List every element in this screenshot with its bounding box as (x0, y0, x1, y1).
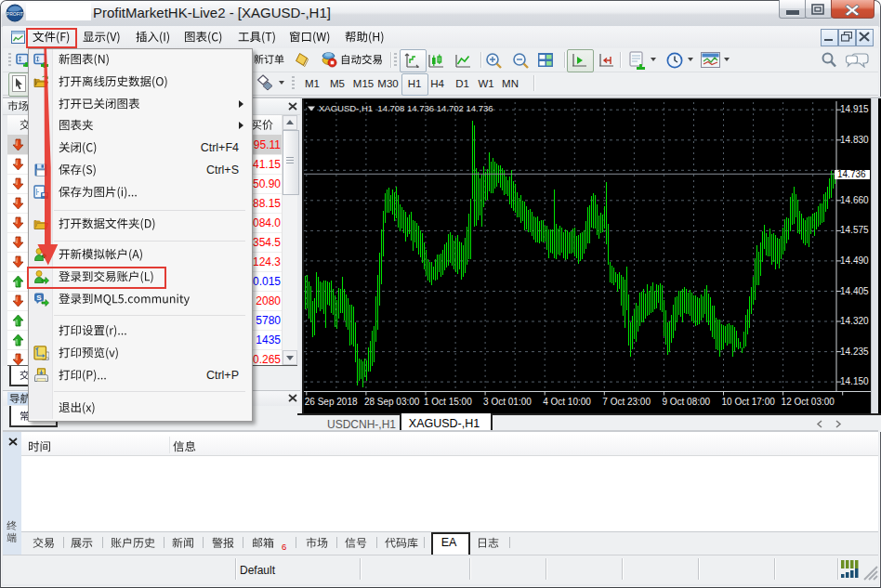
svg-text:S: S (36, 294, 42, 302)
svg-text:PROFIT: PROFIT (7, 11, 23, 17)
